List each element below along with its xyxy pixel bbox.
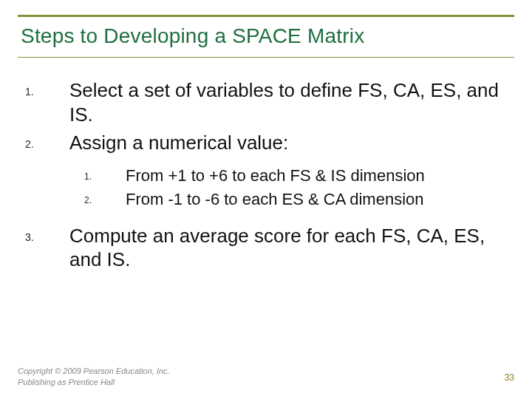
list-text: Select a set of variables to define FS, … [69,78,514,126]
list-text: From -1 to -6 to each ES & CA dimension [126,189,514,211]
slide-title: Steps to Developing a SPACE Matrix [21,24,511,48]
list-text: From +1 to +6 to each FS & IS dimension [126,166,514,187]
footer-line: Copyright © 2009 Pearson Education, Inc. [18,366,170,376]
list-number: 1. [18,78,69,126]
copyright-footer: Copyright © 2009 Pearson Education, Inc.… [18,366,170,387]
slide-body: 1. Select a set of variables to define F… [18,78,514,272]
page-number: 33 [505,372,514,383]
title-bar: Steps to Developing a SPACE Matrix [18,15,514,58]
list-item: 1. From +1 to +6 to each FS & IS dimensi… [84,166,514,187]
list-item: 2. From -1 to -6 to each ES & CA dimensi… [84,189,514,211]
list-text: Compute an average score for each FS, CA… [69,224,514,272]
list-item: 2. Assign a numerical value: [18,131,514,155]
footer-line: Publishing as Prentice Hall [18,377,170,387]
list-item: 3. Compute an average score for each FS,… [18,224,514,272]
list-number: 2. [84,189,126,211]
list-number: 2. [18,131,69,155]
list-text: Assign a numerical value: [69,131,514,155]
list-item: 1. Select a set of variables to define F… [18,78,514,126]
list-number: 3. [18,224,69,272]
sub-list: 1. From +1 to +6 to each FS & IS dimensi… [84,166,514,211]
list-number: 1. [84,166,126,187]
